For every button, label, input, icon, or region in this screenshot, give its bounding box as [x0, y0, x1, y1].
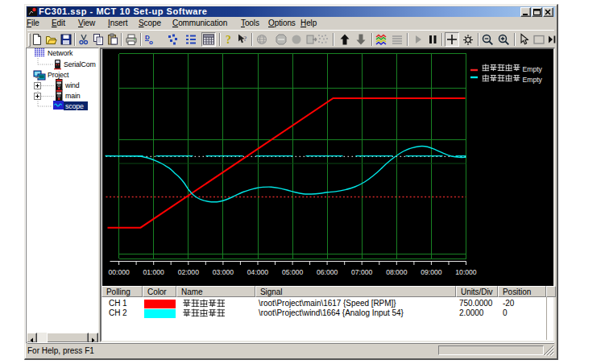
svg-text:Empty: Empty	[522, 76, 542, 84]
svg-text:04:000: 04:000	[247, 268, 268, 276]
svg-text:00:000: 00:000	[108, 268, 130, 276]
svg-text:05:000: 05:000	[281, 268, 303, 276]
svg-text:Network: Network	[48, 49, 73, 57]
svg-text:scope: scope	[65, 102, 84, 110]
svg-text:08:000: 08:000	[386, 268, 408, 276]
svg-text:07:000: 07:000	[351, 268, 373, 276]
svg-text:Empty: Empty	[522, 65, 542, 73]
svg-text:o: o	[149, 39, 153, 46]
svg-text:10:000: 10:000	[455, 268, 477, 276]
svg-text:main: main	[65, 92, 81, 100]
svg-text:03:000: 03:000	[212, 268, 234, 276]
svg-text:09:000: 09:000	[421, 268, 442, 276]
svg-text:02:000: 02:000	[177, 268, 199, 276]
svg-text:06:000: 06:000	[316, 268, 338, 276]
svg-text:wind: wind	[64, 81, 80, 89]
svg-text:Project: Project	[48, 71, 69, 79]
svg-text:SerialCom: SerialCom	[64, 60, 96, 68]
svg-text:?: ?	[226, 34, 231, 46]
svg-text:01:000: 01:000	[143, 268, 164, 276]
svg-text:?: ?	[243, 35, 247, 43]
